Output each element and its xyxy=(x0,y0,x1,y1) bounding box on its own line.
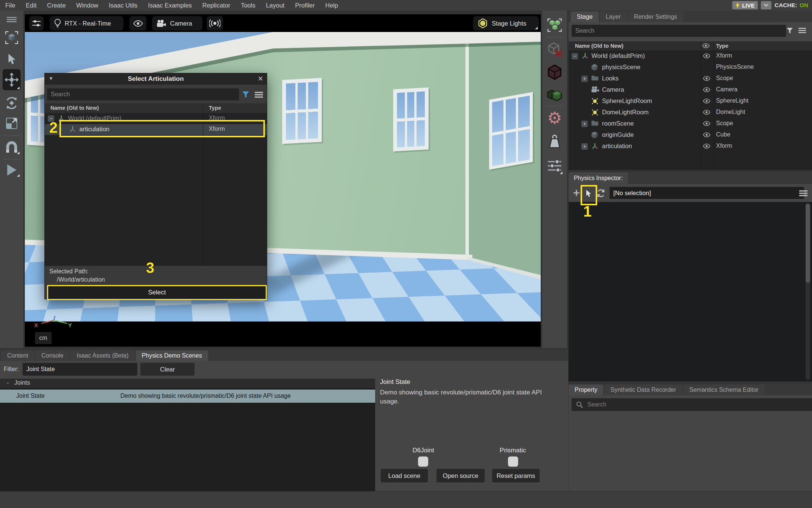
units-badge[interactable]: cm xyxy=(35,332,52,344)
collider-remove-button[interactable] xyxy=(546,41,564,59)
menu-replicator[interactable]: Replicator xyxy=(197,0,236,11)
bottom-panel: ContentConsoleIsaac Assets (Beta)Physics… xyxy=(0,349,568,491)
dialog-titlebar[interactable]: ▼ Select Articulation × xyxy=(45,73,267,85)
inspector-menu-icon[interactable] xyxy=(799,190,807,196)
menu-profiler[interactable]: Profiler xyxy=(290,0,320,11)
annotation-step3: 3 xyxy=(146,259,154,276)
reset-params-button[interactable]: Reset params xyxy=(492,469,540,482)
refresh-button[interactable] xyxy=(596,188,606,199)
joints-group-header[interactable]: - Joints xyxy=(0,379,375,388)
property-search-box[interactable] xyxy=(572,398,812,411)
filter-icon[interactable] xyxy=(242,91,249,98)
expander-plus[interactable]: + xyxy=(581,143,588,150)
visibility-eye-icon[interactable] xyxy=(703,144,710,149)
menu-isaac-utils[interactable]: Isaac Utils xyxy=(103,0,143,11)
physics-inspector-tab[interactable]: Physics Inspector: xyxy=(569,172,628,184)
demo-row-joint-state[interactable]: Joint StateDemo showing basic revolute/p… xyxy=(0,390,375,403)
stage-row-roomscene[interactable]: +roomSceneScope xyxy=(569,118,812,129)
menu-file[interactable]: File xyxy=(0,0,21,11)
menu-layout[interactable]: Layout xyxy=(261,0,290,11)
tab-property[interactable]: Property xyxy=(569,385,603,395)
dialog-search-input[interactable] xyxy=(47,88,239,100)
clear-filter-button[interactable]: Clear xyxy=(140,363,195,376)
stage-row-physicsscene[interactable]: physicsScenePhysicsScene xyxy=(569,62,812,73)
add-inspector-button[interactable] xyxy=(572,188,581,198)
collider-icon xyxy=(547,64,563,80)
filter-input[interactable] xyxy=(23,363,137,376)
tab-semantics-schema-editor[interactable]: Semantics Schema Editor xyxy=(683,385,765,395)
tab-layer[interactable]: Layer xyxy=(600,12,627,22)
stage-row-world-defaultprim[interactable]: −World (defaultPrim)Xform xyxy=(569,50,812,62)
physics-settings-button[interactable]: ⚙ xyxy=(546,109,564,127)
close-icon[interactable]: × xyxy=(258,74,263,84)
menu-window[interactable]: Window xyxy=(71,0,104,11)
mass-tool-button[interactable] xyxy=(546,133,564,151)
rigid-body-button[interactable] xyxy=(546,86,564,104)
stage-row-spherelightroom[interactable]: SphereLightRoomSphereLight xyxy=(569,96,812,107)
visibility-eye-icon[interactable] xyxy=(703,53,710,58)
live-dropdown-button[interactable] xyxy=(761,1,771,9)
physics-sliders-button[interactable] xyxy=(546,156,564,175)
options-menu-icon[interactable] xyxy=(255,92,263,98)
camera-button[interactable]: Camera xyxy=(152,16,202,30)
tab-isaac-assets-beta[interactable]: Isaac Assets (Beta) xyxy=(71,350,135,361)
select-tool-button[interactable] xyxy=(3,51,21,68)
tab-physics-demo-scenes[interactable]: Physics Demo Scenes xyxy=(136,350,208,361)
scrollbar-thumb[interactable] xyxy=(806,204,810,283)
tab-synthetic-data-recorder[interactable]: Synthetic Data Recorder xyxy=(604,385,682,395)
stage-row-domelightroom[interactable]: DomeLightRoomDomeLight xyxy=(569,107,812,118)
menu-help[interactable]: Help xyxy=(320,0,343,11)
filter-icon[interactable] xyxy=(786,27,793,34)
inspector-selection-dropdown[interactable]: [No selection] xyxy=(610,187,804,199)
expander-plus[interactable]: + xyxy=(581,121,588,127)
dialog-title: Select Articulation xyxy=(45,75,267,83)
open-source-button[interactable]: Open source xyxy=(436,469,485,482)
menu-edit[interactable]: Edit xyxy=(21,0,42,11)
tab-render-settings[interactable]: Render Settings xyxy=(628,12,683,22)
visibility-eye-icon[interactable] xyxy=(703,110,710,115)
renderer-button[interactable]: RTX - Real-Time xyxy=(50,16,123,30)
visibility-eye-icon[interactable] xyxy=(703,121,710,126)
collider-button[interactable] xyxy=(546,63,564,81)
toolbar-grip-button[interactable] xyxy=(3,15,21,24)
stage-row-articulation[interactable]: +articulationXform xyxy=(569,141,812,152)
refresh-icon xyxy=(596,189,605,198)
menu-isaac-examples[interactable]: Isaac Examples xyxy=(143,0,197,11)
stage-search-input[interactable] xyxy=(572,25,786,37)
tab-console[interactable]: Console xyxy=(35,350,70,361)
lightning-bolt-icon xyxy=(736,2,740,9)
frame-selection-tool-button[interactable] xyxy=(3,29,21,47)
move-tool-button[interactable] xyxy=(3,69,21,90)
tab-content[interactable]: Content xyxy=(1,350,34,361)
options-menu-icon[interactable] xyxy=(798,28,806,33)
tab-stage[interactable]: Stage xyxy=(571,12,599,22)
visibility-eye-icon[interactable] xyxy=(703,132,710,137)
live-sync-button[interactable]: LIVE xyxy=(732,1,758,9)
visibility-eye-icon[interactable] xyxy=(703,99,710,103)
viewport-settings-button[interactable] xyxy=(29,16,44,30)
rotate-tool-button[interactable] xyxy=(3,95,21,111)
simulation-objects-button[interactable] xyxy=(546,15,564,35)
property-search-input[interactable] xyxy=(587,401,812,408)
demo-scenes-list: - Joints Joint StateDemo showing basic r… xyxy=(0,379,375,491)
menu-tools[interactable]: Tools xyxy=(236,0,261,11)
snap-tool-button[interactable] xyxy=(3,139,21,155)
visibility-eye-icon[interactable] xyxy=(703,87,710,92)
stage-row-originguide[interactable]: originGuideCube xyxy=(569,129,812,141)
stage-row-looks[interactable]: +LooksScope xyxy=(569,73,812,84)
stage-lights-button[interactable]: Stage Lights xyxy=(473,16,539,30)
expander-plus[interactable]: + xyxy=(581,76,588,82)
capture-button[interactable] xyxy=(207,16,223,30)
stage-row-camera[interactable]: CameraCamera xyxy=(569,84,812,96)
expander-minus[interactable]: − xyxy=(572,53,578,59)
prismatic-checkbox[interactable] xyxy=(508,456,518,467)
select-button[interactable]: Select xyxy=(47,285,267,300)
visibility-eye-icon[interactable] xyxy=(703,76,710,81)
visibility-button[interactable] xyxy=(129,16,146,30)
d6joint-checkbox[interactable] xyxy=(418,456,428,467)
load-scene-button[interactable]: Load scene xyxy=(381,469,428,482)
scale-tool-button[interactable] xyxy=(3,116,21,131)
menu-create[interactable]: Create xyxy=(42,0,71,11)
play-button-button[interactable] xyxy=(3,162,21,178)
eye-icon xyxy=(133,20,143,27)
